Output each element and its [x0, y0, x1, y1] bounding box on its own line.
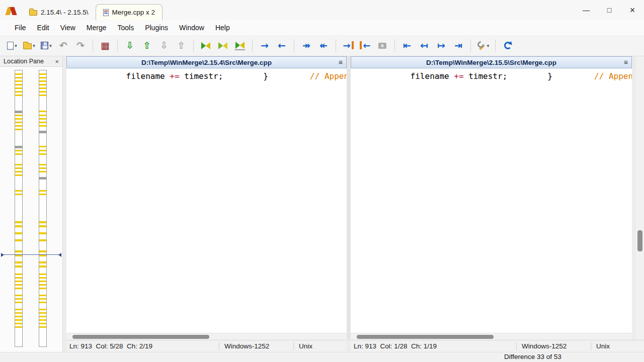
menu-help[interactable]: Help — [210, 24, 235, 32]
winmerge-logo-icon — [6, 7, 17, 16]
code-line[interactable]: // Append filename and extension (+ opti… — [554, 71, 632, 81]
left-pane-header-bar[interactable]: D:\Temp\WinMerge\2.15.4\Src\Merge.cpp ≡ — [66, 56, 347, 68]
copy-left-advance-button[interactable]: ↞ — [315, 38, 332, 54]
diff-marker — [15, 125, 22, 127]
location-map-right-strip[interactable] — [39, 70, 47, 347]
copy-right-button[interactable]: ⇩ — [122, 38, 138, 54]
last-diff-button[interactable]: ⇥ — [450, 38, 466, 54]
prev-diff-arrow-icon: ↤ — [420, 41, 428, 50]
left-hscroll-thumb[interactable] — [72, 335, 209, 339]
toolbar-separator — [394, 40, 395, 52]
new-button[interactable]: ▾ — [4, 38, 20, 54]
menu-tools[interactable]: Tools — [112, 24, 139, 32]
diff-marker — [15, 115, 22, 116]
menu-plugins[interactable]: Plugins — [139, 24, 174, 32]
vscroll-thumb[interactable] — [637, 230, 642, 251]
code-line[interactable]: } — [223, 71, 268, 81]
diff-marker — [39, 77, 46, 78]
diff-marker — [15, 73, 22, 75]
tab-folder-compare[interactable]: 2.15.4\ - 2.15.5\ — [22, 4, 96, 20]
plugins-button[interactable]: ▾ — [475, 38, 491, 54]
toolbar-separator — [336, 40, 336, 52]
right-file-pane: D:\Temp\WinMerge\2.15.5\Src\Merge.cpp ≡ … — [351, 56, 632, 340]
location-pane: Location Pane × — [0, 56, 63, 352]
diff-marker — [15, 164, 22, 165]
copy-right-advance-button[interactable]: ↠ — [298, 38, 314, 54]
dropdown-arrow-icon[interactable]: ▾ — [49, 43, 52, 48]
pane-splitter[interactable] — [347, 56, 351, 340]
toolbar: ▾▾▾↶↷▦⇩⇧⇩⇧→←↠↞→←⇤↤↦⇥▾ — [0, 35, 644, 56]
right-pane-menu-icon[interactable]: ≡ — [624, 58, 628, 66]
diff-marker — [15, 302, 22, 303]
code-line[interactable]: filename += timestr; — [351, 71, 507, 81]
maximize-button[interactable]: □ — [598, 0, 621, 20]
right-pane-header-bar[interactable]: D:\Temp\WinMerge\2.15.5\Src\Merge.cpp ≡ — [351, 56, 632, 68]
right-hscroll-thumb[interactable] — [357, 335, 494, 339]
menu-file[interactable]: File — [9, 24, 32, 32]
dropdown-arrow-icon[interactable]: ▾ — [15, 43, 17, 48]
left-editor[interactable]: filename += timestr; } // Append filenam… — [66, 68, 347, 333]
close-button[interactable]: × — [621, 0, 644, 20]
merge-bowtie-icon — [235, 41, 245, 50]
location-map-left-strip[interactable] — [15, 70, 23, 347]
location-pane-body — [0, 67, 62, 352]
dropdown-arrow-icon[interactable]: ▾ — [487, 43, 490, 48]
diff-marker — [39, 91, 46, 93]
open-button[interactable]: ▾ — [21, 38, 37, 54]
open-folder-icon — [23, 43, 32, 49]
prev-diff-button[interactable]: ↤ — [416, 38, 432, 54]
dropdown-arrow-icon[interactable]: ▾ — [33, 43, 35, 48]
copy-right-save-button[interactable]: → — [340, 38, 356, 54]
code-line[interactable]: filename += timestr; — [66, 71, 223, 81]
diff-marker — [15, 150, 22, 151]
location-viewport-indicator[interactable] — [1, 254, 61, 255]
toolbar-separator — [193, 40, 194, 52]
vertical-scrollbar[interactable] — [636, 56, 644, 340]
copy-left-save-button[interactable]: ← — [357, 38, 373, 54]
left-horizontal-scrollbar[interactable] — [66, 333, 347, 340]
copy-current-left-button[interactable]: ← — [274, 38, 290, 54]
refresh-button[interactable] — [500, 38, 516, 54]
diff-marker — [15, 153, 22, 155]
menu-edit[interactable]: Edit — [32, 24, 55, 32]
tab-file-compare[interactable]: Merge.cpp x 2 — [96, 4, 163, 20]
left-pane-menu-icon[interactable]: ≡ — [339, 58, 343, 66]
diff-marker — [39, 95, 46, 96]
copy-current-right-button[interactable]: → — [257, 38, 273, 54]
options-button[interactable]: ▦ — [97, 38, 113, 54]
next-diff-arrow-icon: ↦ — [437, 41, 445, 50]
code-line[interactable]: // Append filename and extension (+ opti… — [270, 71, 347, 81]
diff-marker — [39, 221, 46, 223]
merge-save-button[interactable] — [232, 38, 248, 54]
auto-merge-button[interactable] — [198, 38, 214, 54]
save-all-button — [374, 38, 390, 54]
diff-marker — [15, 87, 22, 89]
first-diff-button[interactable]: ⇤ — [399, 38, 415, 54]
next-diff-button[interactable]: ↦ — [433, 38, 449, 54]
last-diff-arrow-icon: ⇥ — [454, 41, 462, 50]
menu-window[interactable]: Window — [174, 24, 210, 32]
diff-marker — [39, 194, 46, 195]
diff-marker — [39, 319, 46, 321]
right-horizontal-scrollbar[interactable] — [351, 333, 632, 340]
save-button[interactable]: ▾ — [38, 38, 54, 54]
green-up-arrow-icon: ⇧ — [143, 41, 151, 50]
toolbar-separator — [495, 40, 496, 52]
viewport-right-arrow-icon — [58, 253, 61, 257]
diff-marker — [15, 190, 22, 192]
diff-marker — [39, 167, 46, 169]
diff-marker — [39, 84, 46, 85]
merge-mode-button[interactable] — [215, 38, 231, 54]
gray-up-arrow-icon: ⇧ — [177, 41, 185, 50]
diff-marker — [39, 288, 46, 289]
right-editor[interactable]: filename += timestr; } // Append filenam… — [351, 68, 632, 333]
diff-marker — [15, 129, 22, 130]
location-pane-close-button[interactable]: × — [55, 58, 59, 65]
minimize-button[interactable]: — — [575, 0, 598, 20]
menu-view[interactable]: View — [55, 24, 81, 32]
diff-marker — [39, 225, 46, 227]
menu-merge[interactable]: Merge — [81, 24, 112, 32]
copy-left-button[interactable]: ⇧ — [139, 38, 155, 54]
code-line[interactable]: } — [507, 71, 552, 81]
gray-down-arrow-icon: ⇩ — [160, 41, 168, 50]
